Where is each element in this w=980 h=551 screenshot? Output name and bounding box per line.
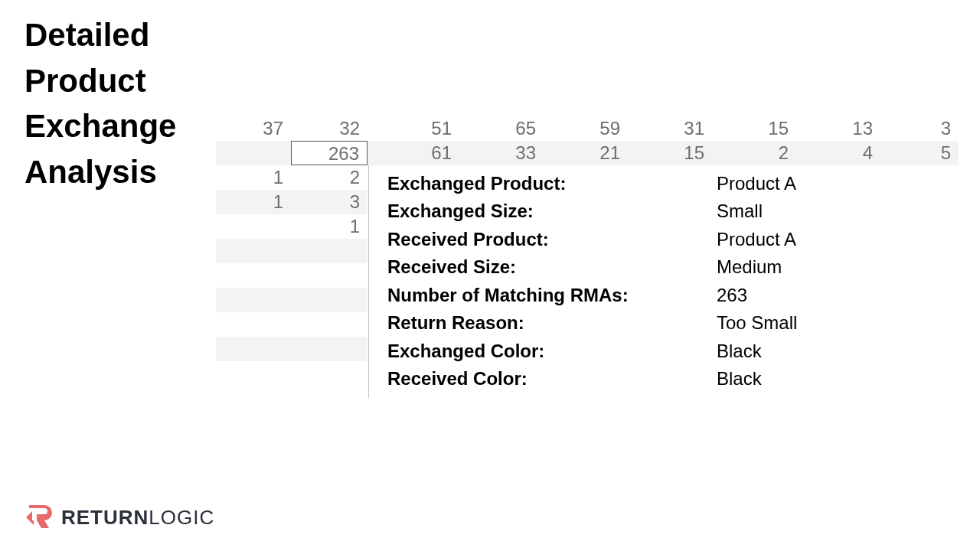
grid-cell[interactable]: 5 xyxy=(880,141,959,165)
grid-cell[interactable] xyxy=(216,214,291,239)
tooltip-label: Received Product: xyxy=(387,226,717,253)
grid-cell[interactable]: 3 xyxy=(291,190,368,214)
tooltip-value: Product A xyxy=(717,226,893,253)
grid-cell[interactable]: 65 xyxy=(459,116,544,141)
grid-cell xyxy=(291,263,368,288)
grid-cell xyxy=(216,312,291,337)
grid-cell[interactable]: 1 xyxy=(216,190,291,214)
grid-cell xyxy=(291,239,368,263)
tooltip-label: Number of Matching RMAs: xyxy=(387,282,717,309)
tooltip-value: Too Small xyxy=(717,309,893,337)
grid-cell[interactable]: 33 xyxy=(459,141,544,165)
tooltip-value: 263 xyxy=(717,282,893,309)
grid-cell[interactable]: 1 xyxy=(291,214,368,239)
grid-cell[interactable]: 3 xyxy=(880,116,959,141)
tooltip-label: Received Color: xyxy=(387,365,717,393)
grid-cell[interactable]: 4 xyxy=(796,141,880,165)
grid-cell[interactable]: 31 xyxy=(628,116,712,141)
tooltip-label: Exchanged Product: xyxy=(387,170,717,197)
svg-rect-0 xyxy=(32,510,37,520)
grid-cell xyxy=(291,288,368,312)
tooltip-label: Return Reason: xyxy=(387,309,717,337)
grid-cell[interactable]: 15 xyxy=(628,141,712,165)
brand-logo: RETURNLOGIC xyxy=(24,502,214,533)
tooltip-label: Exchanged Color: xyxy=(387,337,717,365)
grid-cell[interactable]: 51 xyxy=(368,116,459,141)
grid-cell xyxy=(216,239,291,263)
cell-tooltip: Exchanged Product: Product A Exchanged S… xyxy=(387,170,893,393)
grid-cell[interactable]: 59 xyxy=(544,116,628,141)
grid-cell[interactable]: 32 xyxy=(291,116,368,141)
tooltip-value: Black xyxy=(717,337,893,365)
grid-cell xyxy=(216,288,291,312)
grid-cell xyxy=(216,337,291,361)
tooltip-label: Received Size: xyxy=(387,253,717,281)
tooltip-value: Product A xyxy=(717,170,893,197)
returnlogic-icon xyxy=(24,502,55,533)
grid-cell[interactable]: 37 xyxy=(216,116,291,141)
grid-cell[interactable]: 2 xyxy=(291,165,368,190)
brand-text: RETURNLOGIC xyxy=(61,506,214,530)
grid-cell[interactable] xyxy=(216,141,291,165)
page-title: DetailedProductExchangeAnalysis xyxy=(24,12,176,195)
tooltip-value: Black xyxy=(717,365,893,393)
grid-cell-selected[interactable]: 263 xyxy=(291,141,368,165)
grid-cell[interactable]: 61 xyxy=(368,141,459,165)
grid-cell[interactable]: 21 xyxy=(544,141,628,165)
tooltip-value: Medium xyxy=(717,253,893,281)
grid-cell[interactable]: 13 xyxy=(796,116,880,141)
grid-cell[interactable]: 1 xyxy=(216,165,291,190)
grid-cell xyxy=(291,337,368,361)
divider xyxy=(368,165,369,398)
grid-cell xyxy=(291,312,368,337)
grid-cell xyxy=(216,263,291,288)
grid-cell[interactable]: 15 xyxy=(712,116,796,141)
tooltip-value: Small xyxy=(717,197,893,225)
grid-cell[interactable]: 2 xyxy=(712,141,796,165)
tooltip-label: Exchanged Size: xyxy=(387,197,717,225)
